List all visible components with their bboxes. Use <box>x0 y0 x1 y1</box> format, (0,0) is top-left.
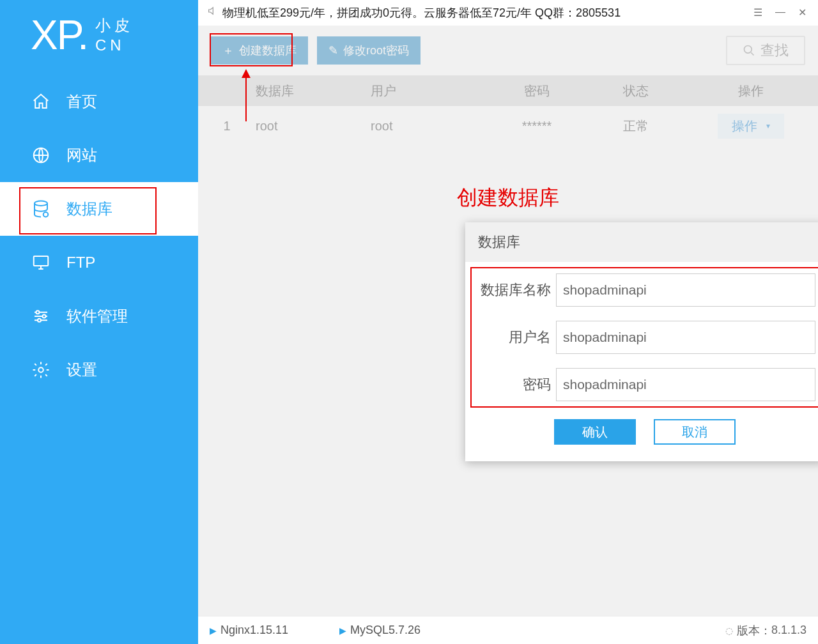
nginx-label: Nginx1.15.11 <box>220 624 288 637</box>
password-label: 密码 <box>474 375 556 394</box>
nav-database-label: 数据库 <box>66 199 112 219</box>
version-value: 8.1.1.3 <box>771 624 806 637</box>
nav-settings-label: 设置 <box>66 360 97 380</box>
nav-ftp-label: FTP <box>66 254 95 272</box>
username-input[interactable] <box>556 321 815 354</box>
confirm-button[interactable]: 确认 <box>554 419 636 445</box>
info-icon: ◌ <box>725 625 733 636</box>
svg-point-7 <box>38 367 43 372</box>
status-nginx[interactable]: ▶ Nginx1.15.11 <box>210 624 288 637</box>
close-icon[interactable]: ✕ <box>796 6 809 19</box>
mysql-label: MySQL5.7.26 <box>350 624 421 637</box>
statusbar: ▶ Nginx1.15.11 ▶ MySQL5.7.26 ◌ 版本： 8.1.1… <box>198 616 818 644</box>
triangle-icon: ▶ <box>210 625 217 636</box>
triangle-icon: ▶ <box>339 625 346 636</box>
menu-icon[interactable]: ☰ <box>751 6 765 19</box>
content: ＋ 创建数据库 ✎ 修改root密码 查找 数据库 用户 密码 状态 操作 <box>198 26 818 616</box>
logo: XP. 小皮 CN <box>0 0 198 75</box>
svg-point-6 <box>38 319 41 322</box>
cancel-button[interactable]: 取消 <box>654 419 736 445</box>
nav-ftp[interactable]: FTP <box>0 236 198 289</box>
annotation-title: 创建数据库 <box>198 184 818 212</box>
titlebar: 物理机低至299元/年，拼团成功0元得。云服务器低至72元/年 QQ群：2805… <box>198 0 818 26</box>
globe-icon <box>31 145 51 165</box>
status-mysql[interactable]: ▶ MySQL5.7.26 <box>339 624 421 637</box>
svg-point-4 <box>36 310 40 314</box>
version-label: 版本： <box>737 623 771 638</box>
svg-rect-3 <box>34 256 49 266</box>
titlebar-text: 物理机低至299元/年，拼团成功0元得。云服务器低至72元/年 QQ群：2805… <box>222 5 621 20</box>
gear-icon <box>31 360 51 380</box>
nav-website-label: 网站 <box>66 145 97 165</box>
dialog-title: 数据库 <box>465 222 818 262</box>
nav-home[interactable]: 首页 <box>0 75 198 128</box>
nav: 首页 网站 数据库 FTP 软件管理 <box>0 75 198 644</box>
nav-settings[interactable]: 设置 <box>0 343 198 397</box>
main: 物理机低至299元/年，拼团成功0元得。云服务器低至72元/年 QQ群：2805… <box>198 0 818 644</box>
minimize-icon[interactable]: — <box>773 6 788 19</box>
svg-point-1 <box>35 201 47 206</box>
logo-xp: XP. <box>31 12 88 59</box>
create-database-dialog: 数据库 数据库名称 用户名 密码 确认 取消 <box>465 222 818 461</box>
logo-sub1: 小皮 <box>95 15 134 35</box>
annotation-arrow <box>245 70 247 121</box>
logo-sub2: CN <box>95 35 134 55</box>
dbname-label: 数据库名称 <box>474 280 556 300</box>
database-icon <box>31 199 51 219</box>
dialog-actions: 确认 取消 <box>474 415 815 456</box>
password-input[interactable] <box>556 368 815 401</box>
nav-website[interactable]: 网站 <box>0 128 198 182</box>
sliders-icon <box>31 306 51 326</box>
svg-point-2 <box>43 212 49 217</box>
sidebar: XP. 小皮 CN 首页 网站 数据库 <box>0 0 198 644</box>
dialog-body: 数据库名称 用户名 密码 确认 取消 <box>465 262 818 461</box>
nav-database[interactable]: 数据库 <box>0 182 198 236</box>
nav-software[interactable]: 软件管理 <box>0 289 198 343</box>
username-label: 用户名 <box>474 328 556 347</box>
speaker-icon <box>207 6 217 19</box>
monitor-icon <box>31 252 51 273</box>
svg-point-5 <box>43 315 46 318</box>
dbname-input[interactable] <box>556 273 815 307</box>
version-info: ◌ 版本： 8.1.1.3 <box>725 623 806 638</box>
window-controls: ☰ — ✕ <box>751 6 809 19</box>
nav-software-label: 软件管理 <box>66 306 128 326</box>
home-icon <box>31 91 51 112</box>
nav-home-label: 首页 <box>66 91 97 112</box>
